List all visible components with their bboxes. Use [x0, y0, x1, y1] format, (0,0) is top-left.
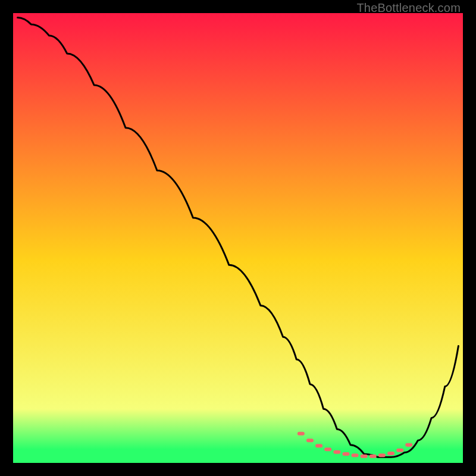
bottom-dot — [361, 455, 368, 458]
bottom-dot — [369, 455, 377, 458]
chart-frame — [13, 13, 463, 463]
bottom-dot — [396, 449, 403, 452]
bottom-dot — [352, 453, 359, 457]
bottom-dot — [387, 452, 394, 455]
gradient-background — [13, 13, 463, 463]
chart-plot — [13, 13, 463, 463]
bottom-dot — [315, 444, 322, 447]
bottom-dot — [333, 450, 340, 454]
bottom-dot — [405, 443, 412, 447]
watermark-text: TheBottleneck.com — [356, 1, 461, 15]
bottom-dot — [324, 447, 331, 451]
bottom-dot — [342, 452, 349, 456]
bottom-dot — [298, 432, 305, 436]
bottom-dot — [306, 439, 314, 442]
bottom-dot — [378, 453, 386, 457]
